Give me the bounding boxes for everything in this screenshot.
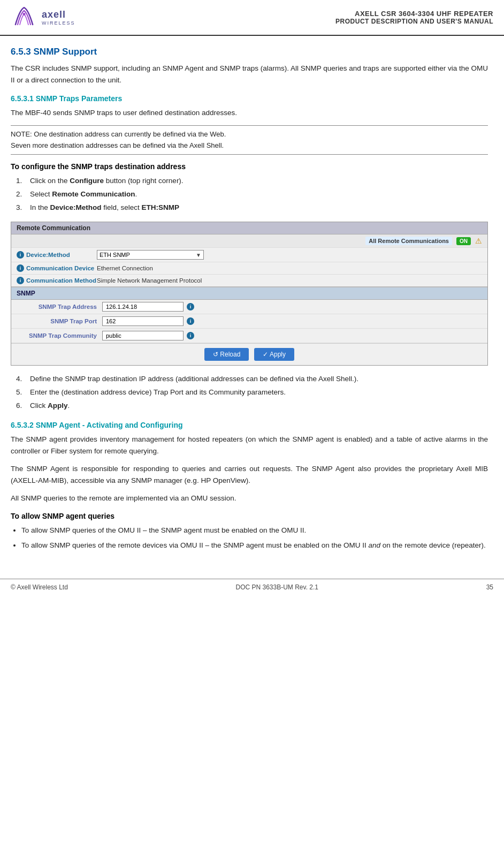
- steps-4-6-list: 4. Define the SNMP trap destination IP a…: [16, 373, 488, 412]
- snmp-trap-community-row: SNMP Trap Community i: [11, 329, 487, 343]
- config-heading: To configure the SNMP traps destination …: [11, 162, 488, 171]
- page-header: axell WIRELESS AXELL CSR 3604-3304 UHF R…: [0, 0, 504, 36]
- section-6532-title: 6.5.3.2 SNMP Agent - Activating and Conf…: [11, 421, 488, 429]
- snmp-trap-port-row: SNMP Trap Port i: [11, 314, 487, 329]
- step-6: 6. Click Apply.: [16, 400, 488, 412]
- footer-page-number: 35: [486, 583, 493, 591]
- device-method-info-icon: i: [17, 251, 24, 259]
- bullet-item-2: To allow SNMP queries of the remote devi…: [21, 540, 488, 551]
- button-row: ↺ Reload ✓ Apply: [11, 343, 487, 365]
- product-title: AXELL CSR 3604-3304 UHF REPEATER: [335, 10, 493, 18]
- logo-area: axell WIRELESS: [11, 5, 75, 29]
- step-3: 3. In the Device:Method field, select ET…: [16, 202, 488, 214]
- device-method-dropdown[interactable]: ETH SNMP ▼: [97, 250, 204, 260]
- all-remote-row: All Remote Communications ON ⚠: [11, 234, 487, 248]
- svg-point-0: [23, 13, 26, 16]
- step-1: 1. Click on the Configure button (top ri…: [16, 175, 488, 187]
- comm-method-info-icon: i: [17, 277, 24, 284]
- bullet-list: To allow SNMP queries of the OMU II – th…: [21, 525, 488, 552]
- snmp-trap-address-info-icon: i: [187, 303, 194, 310]
- comm-method-label: i Communication Method: [17, 277, 97, 284]
- bullet-item-1: To allow SNMP queries of the OMU II – th…: [21, 525, 488, 536]
- step-5: 5. Enter the (destination address device…: [16, 386, 488, 399]
- reload-button[interactable]: ↺ Reload: [204, 348, 249, 361]
- comm-device-info-icon: i: [17, 264, 24, 272]
- snmp-trap-address-label: SNMP Trap Address: [17, 304, 102, 310]
- main-content: 6.5.3 SNMP Support The CSR includes SNMP…: [0, 36, 504, 568]
- device-method-row: i Device:Method ETH SNMP ▼: [11, 248, 487, 262]
- snmp-trap-port-label: SNMP Trap Port: [17, 318, 102, 324]
- logo-text: axell WIRELESS: [42, 9, 75, 26]
- all-remote-label: All Remote Communications: [365, 237, 452, 245]
- product-subtitle: PRODUCT DESCRIPTION AND USER'S MANUAL: [335, 18, 493, 25]
- remote-comm-section: Remote Communication All Remote Communic…: [11, 222, 487, 287]
- snmp-header: SNMP: [11, 287, 487, 300]
- snmp-trap-address-input[interactable]: [102, 302, 184, 312]
- section-653-title: 6.5.3 SNMP Support: [11, 47, 488, 57]
- steps-list: 1. Click on the Configure button (top ri…: [16, 175, 488, 214]
- comm-device-row: i Communication Device Ethernet Connecti…: [11, 262, 487, 275]
- section-6532-para1: The SNMP agent provides inventory manage…: [11, 434, 488, 457]
- snmp-trap-address-row: SNMP Trap Address i: [11, 300, 487, 314]
- page-footer: © Axell Wireless Ltd DOC PN 3633B-UM Rev…: [0, 579, 504, 595]
- footer-doc-number: DOC PN 3633B-UM Rev. 2.1: [236, 583, 319, 591]
- toggle-on[interactable]: ON: [456, 237, 471, 245]
- snmp-trap-community-info-icon: i: [187, 332, 194, 339]
- step-4: 4. Define the SNMP trap destination IP a…: [16, 373, 488, 385]
- snmp-trap-community-input[interactable]: [102, 331, 184, 340]
- snmp-trap-port-info-icon: i: [187, 317, 194, 325]
- comm-method-value: Simple Network Management Protocol: [97, 277, 482, 284]
- logo-axell: axell: [42, 9, 66, 20]
- note-line1: NOTE: One destination address can curren…: [11, 129, 488, 140]
- remote-comm-header: Remote Communication: [11, 222, 487, 234]
- device-method-label: i Device:Method: [17, 251, 97, 259]
- comm-device-label: i Communication Device: [17, 264, 97, 272]
- dropdown-arrow: ▼: [196, 252, 201, 258]
- note-line2: Seven more destination addresses can be …: [11, 140, 488, 151]
- warning-icon: ⚠: [475, 237, 482, 245]
- section-6531-intro: The MBF-40 sends SNMP traps to user defi…: [11, 107, 488, 119]
- section-653-intro: The CSR includes SNMP support, including…: [11, 63, 488, 86]
- footer-copyright: © Axell Wireless Ltd: [11, 583, 68, 591]
- snmp-trap-port-input[interactable]: [102, 316, 184, 326]
- ui-screenshot: Remote Communication All Remote Communic…: [11, 222, 488, 366]
- section-6532-para2: The SNMP Agent is responsible for respon…: [11, 463, 488, 486]
- section-6532-para3: All SNMP queries to the remote are imple…: [11, 492, 488, 504]
- header-title: AXELL CSR 3604-3304 UHF REPEATER PRODUCT…: [335, 10, 493, 25]
- comm-method-row: i Communication Method Simple Network Ma…: [11, 275, 487, 286]
- apply-button[interactable]: ✓ Apply: [254, 348, 294, 361]
- logo-wireless: WIRELESS: [42, 20, 75, 26]
- snmp-trap-community-label: SNMP Trap Community: [17, 332, 102, 339]
- note-box: NOTE: One destination address can curren…: [11, 125, 488, 155]
- step-2: 2. Select Remote Communication.: [16, 188, 488, 201]
- axell-logo-icon: [11, 5, 37, 29]
- section-6531-title: 6.5.3.1 SNMP Traps Parameters: [11, 94, 488, 103]
- comm-device-value: Ethernet Connection: [97, 265, 482, 271]
- allow-heading: To allow SNMP agent queries: [11, 512, 488, 520]
- snmp-section: SNMP SNMP Trap Address i SNMP Trap Port …: [11, 287, 487, 365]
